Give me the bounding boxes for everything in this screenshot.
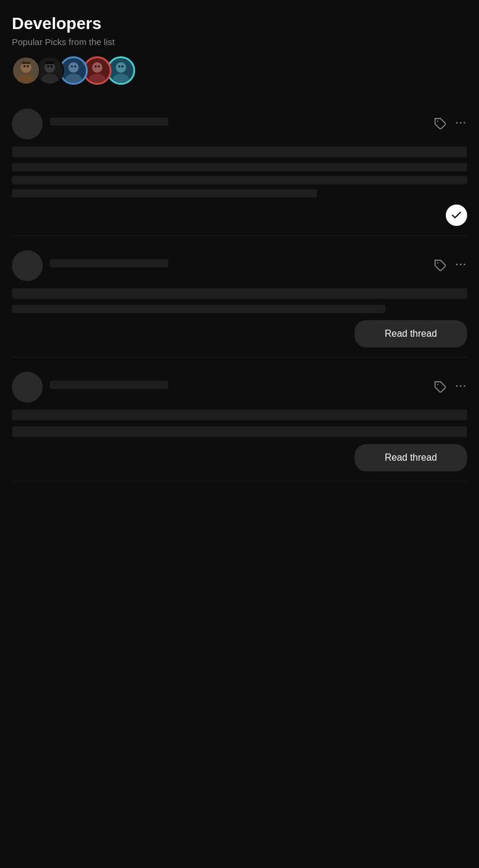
- svg-point-14: [74, 65, 76, 68]
- svg-point-24: [456, 122, 458, 123]
- page-subtitle: Popular Picks from the list: [12, 37, 467, 47]
- svg-point-32: [456, 385, 458, 387]
- check-badge-1: [12, 205, 467, 226]
- more-menu-icon-3[interactable]: [454, 379, 467, 395]
- svg-point-20: [113, 74, 129, 85]
- avatar-face-4: [85, 58, 110, 83]
- tag-icon-3[interactable]: [434, 381, 447, 394]
- svg-point-18: [98, 65, 100, 68]
- svg-point-28: [456, 263, 458, 265]
- post-header-right-1: [434, 116, 467, 132]
- content-line-2-1: [12, 288, 467, 299]
- svg-point-17: [95, 65, 97, 68]
- tag-icon-2[interactable]: [434, 259, 447, 272]
- post-header-left-3: [12, 372, 168, 403]
- svg-point-11: [68, 62, 79, 73]
- content-line-1-4: [12, 189, 317, 197]
- svg-point-21: [119, 65, 121, 68]
- content-line-2-2: [12, 305, 385, 313]
- post-content-1: [12, 146, 467, 197]
- svg-point-3: [27, 65, 29, 68]
- svg-point-8: [47, 65, 49, 68]
- post-avatar-3[interactable]: [12, 372, 43, 403]
- post-header-left-2: [12, 250, 168, 281]
- read-thread-button-2[interactable]: Read thread: [355, 320, 467, 347]
- svg-point-33: [460, 385, 462, 387]
- svg-point-19: [116, 62, 126, 73]
- svg-rect-10: [46, 61, 55, 64]
- post-name-skeleton-3: [50, 381, 168, 389]
- post-header-right-3: [434, 379, 467, 395]
- content-line-3-2: [12, 426, 467, 437]
- svg-point-15: [92, 62, 103, 73]
- avatar-face-1: [13, 58, 39, 84]
- post-card-2: Read thread: [12, 241, 467, 358]
- svg-point-34: [464, 385, 465, 387]
- post-header-left-1: [12, 108, 168, 139]
- post-name-skeleton-1: [50, 117, 168, 126]
- content-line-3-1: [12, 410, 467, 420]
- svg-point-22: [122, 65, 124, 68]
- more-menu-icon-1[interactable]: [454, 116, 467, 132]
- svg-point-2: [23, 65, 25, 68]
- avatars-row: [12, 56, 467, 85]
- read-thread-container-2: Read thread: [12, 320, 467, 347]
- svg-point-9: [50, 65, 53, 68]
- avatar-face-2: [37, 58, 63, 84]
- post-content-2: [12, 288, 467, 313]
- content-line-1-2: [12, 163, 467, 171]
- svg-point-16: [89, 74, 106, 85]
- post-header-1: [12, 108, 467, 139]
- post-card-1: [12, 99, 467, 236]
- svg-point-30: [464, 263, 465, 265]
- post-header-right-2: [434, 258, 467, 274]
- svg-point-7: [41, 74, 58, 85]
- post-avatar-2[interactable]: [12, 250, 43, 281]
- check-circle-1[interactable]: [446, 205, 467, 226]
- svg-rect-5: [23, 61, 25, 65]
- content-line-1-3: [12, 176, 467, 184]
- svg-point-1: [17, 74, 34, 85]
- avatar-face-5: [108, 58, 133, 83]
- svg-point-25: [460, 122, 462, 123]
- content-line-1-1: [12, 146, 467, 157]
- post-header-3: [12, 372, 467, 403]
- svg-point-26: [464, 122, 465, 123]
- svg-point-13: [71, 65, 74, 68]
- avatar-1[interactable]: [12, 56, 40, 85]
- post-content-3: [12, 410, 467, 437]
- read-thread-button-3[interactable]: Read thread: [355, 444, 467, 471]
- avatar-face-3: [61, 58, 86, 83]
- page-title: Developers: [12, 14, 467, 33]
- svg-point-12: [65, 74, 82, 85]
- page-container: Developers Popular Picks from the list: [0, 0, 479, 500]
- post-card-3: Read thread: [12, 362, 467, 481]
- post-header-2: [12, 250, 467, 281]
- post-avatar-1[interactable]: [12, 108, 43, 139]
- read-thread-container-3: Read thread: [12, 444, 467, 471]
- more-menu-icon-2[interactable]: [454, 258, 467, 274]
- post-name-skeleton-2: [50, 259, 168, 267]
- svg-point-29: [460, 263, 462, 265]
- tag-icon-1[interactable]: [434, 117, 447, 130]
